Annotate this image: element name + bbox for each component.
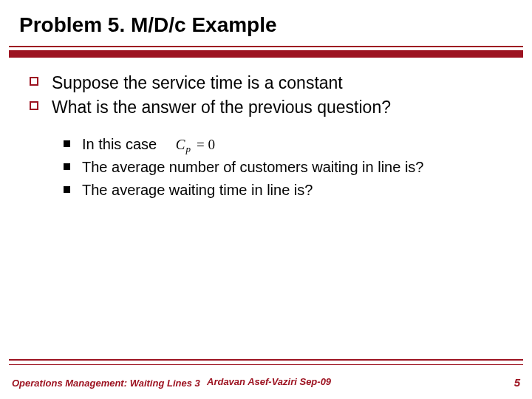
formula-symbol: C xyxy=(176,135,185,154)
slide-title: Problem 5. M/D/c Example xyxy=(0,0,532,37)
footer-rule xyxy=(9,359,523,361)
slide-body: Suppose the service time is a constant W… xyxy=(30,72,510,203)
bullet-level2: In this case Cp = 0 xyxy=(64,134,510,154)
formula: Cp = 0 xyxy=(176,135,218,154)
filled-square-icon xyxy=(64,163,70,170)
hollow-square-icon xyxy=(30,77,38,86)
sub-bullet-group: In this case Cp = 0 The average number o… xyxy=(64,134,510,200)
page-number: 5 xyxy=(514,376,520,389)
footer: Operations Management: Waiting Lines 3 A… xyxy=(12,376,520,389)
title-rule-thin xyxy=(9,46,523,47)
bullet-level2: The average number of customers waiting … xyxy=(64,157,510,177)
bullet-text: In this case Cp = 0 xyxy=(82,134,218,154)
footer-center: Ardavan Asef-Vaziri Sep-09 xyxy=(207,376,331,387)
bullet-level2: The average waiting time in line is? xyxy=(64,180,510,200)
footer-left: Operations Management: Waiting Lines 3 xyxy=(12,378,200,389)
bullet-level1: Suppose the service time is a constant xyxy=(30,72,510,94)
footer-rule-thin xyxy=(9,364,523,365)
filled-square-icon xyxy=(64,186,70,193)
title-rule xyxy=(9,50,523,58)
slide: Problem 5. M/D/c Example Suppose the ser… xyxy=(0,0,532,399)
bullet-text: Suppose the service time is a constant xyxy=(52,72,343,94)
formula-subscript: p xyxy=(185,143,191,156)
bullet-level1: What is the answer of the previous quest… xyxy=(30,97,510,118)
bullet-text: The average number of customers waiting … xyxy=(82,157,423,177)
bullet-text: The average waiting time in line is? xyxy=(82,180,313,200)
bullet-text: What is the answer of the previous quest… xyxy=(52,97,391,118)
filled-square-icon xyxy=(64,140,70,147)
formula-rhs: = 0 xyxy=(197,135,215,154)
bullet-text-part: In this case xyxy=(82,136,157,152)
hollow-square-icon xyxy=(30,101,38,110)
